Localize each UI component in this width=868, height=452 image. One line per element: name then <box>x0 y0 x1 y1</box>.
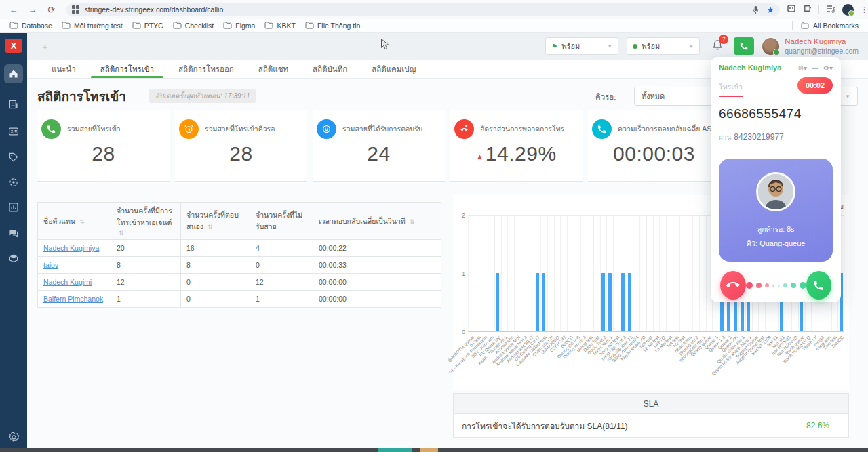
browser-profile-avatar[interactable] <box>842 4 854 16</box>
bookmark-item[interactable]: KBKT <box>264 22 295 30</box>
trend-up-icon: ▲ <box>476 152 483 160</box>
agent-link[interactable]: taiov <box>43 261 58 269</box>
language-globe-icon[interactable]: ⊕▾ <box>798 64 807 72</box>
dot <box>772 285 774 287</box>
call-type-tab[interactable]: โทรเข้า <box>719 81 743 97</box>
sort-icon[interactable]: ⇅ <box>119 230 124 237</box>
bookmark-item[interactable]: Figma <box>223 22 255 30</box>
kpi-card-1: รวมสายที่โทรเข้าคิวรอ28 <box>175 110 307 182</box>
tab-2[interactable]: สถิติการโทรออก <box>169 60 243 78</box>
mic-icon[interactable] <box>752 5 760 14</box>
agent-link[interactable]: Baifern Pimchanok <box>43 295 103 303</box>
kpi-value: 00:00:03 <box>588 142 720 165</box>
home-icon <box>8 68 19 79</box>
sidebar-item-tags[interactable] <box>4 148 23 167</box>
tab-5[interactable]: สถิติแคมเปญ <box>362 60 425 78</box>
kpi-card-3: อัตราส่วนการพลาดการโทร▲14.29% <box>450 110 583 182</box>
extensions-puzzle-icon[interactable] <box>803 3 812 16</box>
bookmark-item[interactable]: Database <box>9 22 52 30</box>
bookmark-item[interactable]: Môi trường test <box>62 22 123 30</box>
kpi-card-4: ความเร็วการตอบกลับเฉลี่ย AS00:00:03 <box>588 110 720 182</box>
kpi-value: ▲14.29% <box>450 142 583 165</box>
table-cell: 8 <box>181 257 250 274</box>
tab-label: สถิติการโทรเข้า <box>100 63 154 75</box>
notifications-button[interactable]: 7 <box>712 39 723 54</box>
tab-4[interactable]: สถิติบันทึก <box>303 60 357 78</box>
extension-icon[interactable] <box>787 3 796 16</box>
settings-gear-icon[interactable]: ⚙▾ <box>823 64 833 72</box>
sidebar-item-contacts[interactable] <box>4 122 23 141</box>
sla-row-label: การโทรเข้าจะได้รับการตอบรับตาม SLA(81/11… <box>462 419 627 432</box>
sort-icon[interactable]: ⇅ <box>79 218 85 225</box>
tab-3[interactable]: สถิติแชท <box>249 60 298 78</box>
sort-icon[interactable]: ⇅ <box>410 218 415 225</box>
table-cell: 00:00:00 <box>313 291 441 308</box>
tab-0[interactable]: แนะนำ <box>42 60 85 78</box>
sla-row: การโทรเข้าจะได้รับการตอบรับตาม SLA(81/11… <box>454 414 848 437</box>
table-cell: 0 <box>250 257 313 274</box>
user-email: quangnt@stringee.com <box>785 47 859 56</box>
column-header-0[interactable]: ชื่อตัวแทน ⇅ <box>38 203 111 240</box>
column-header-4[interactable]: เวลาตอบกลับเฉลี่ยเป็นวินาที ⇅ <box>313 203 441 240</box>
kpi-card-2: รวมสายที่ได้รับการตอบรับ24 <box>313 110 445 182</box>
back-icon[interactable]: ← <box>8 4 19 15</box>
sidebar-item-departments[interactable] <box>4 95 23 114</box>
agent-link[interactable]: Nadech Kugimi <box>43 278 92 286</box>
address-bar[interactable]: stringee-dev.stringeex.com/dashboard/cal… <box>66 3 780 16</box>
agent-name-cell: Baifern Pimchanok <box>38 291 111 308</box>
stringeex-logo[interactable]: X <box>5 39 22 53</box>
bookmark-star-icon[interactable]: ★ <box>766 5 774 14</box>
bookmark-label: Checklist <box>185 22 214 30</box>
global-status-select[interactable]: ⚑ พร้อม ▼ <box>545 37 618 55</box>
horizontal-scrollbar[interactable] <box>0 448 868 452</box>
tab-groups-icon[interactable] <box>826 3 835 16</box>
sidebar-item-automation[interactable] <box>4 173 23 192</box>
browser-toolbar: ← → ⟳ stringee-dev.stringeex.com/dashboa… <box>0 0 868 19</box>
scrollbar-thumb[interactable] <box>378 448 412 452</box>
kpi-value: 24 <box>313 142 445 165</box>
sidebar-item-products[interactable] <box>4 249 23 268</box>
sort-icon[interactable]: ⇅ <box>208 224 213 230</box>
global-status-value: พร้อม <box>561 40 580 52</box>
decline-call-button[interactable] <box>720 271 746 300</box>
user-name: Nadech Kugimiya <box>785 37 859 46</box>
user-menu[interactable]: Nadech Kugimiya quangnt@stringee.com <box>762 37 859 56</box>
url-text[interactable]: stringee-dev.stringeex.com/dashboard/cal… <box>85 5 224 14</box>
bookmark-item[interactable]: Checklist <box>173 22 214 30</box>
table-header-row: ชื่อตัวแทน ⇅จำนวนครั้งที่มีการโทรเข้าหาเ… <box>38 203 441 240</box>
column-header-2[interactable]: จำนวนครั้งที่ตอบสนอง ⇅ <box>181 203 250 240</box>
agent-status-value: พร้อม <box>642 40 660 52</box>
sidebar-item-chat[interactable] <box>4 224 23 243</box>
kpi-label: รวมสายที่โทรเข้า <box>67 123 121 135</box>
tab-1[interactable]: สถิติการโทรเข้า <box>91 60 163 78</box>
add-tab-button[interactable]: + <box>42 41 48 52</box>
forward-icon[interactable]: → <box>27 4 38 15</box>
accept-call-button[interactable] <box>806 271 832 300</box>
column-header-1[interactable]: จำนวนครั้งที่มีการโทรเข้าหาเอเจนต์ ⇅ <box>111 203 181 240</box>
bookmark-item[interactable]: PTYC <box>132 22 163 30</box>
kpi-label: อัตราส่วนการพลาดการโทร <box>480 123 564 135</box>
bookmark-item[interactable]: File Thông tin <box>305 22 360 30</box>
bookmark-label: KBKT <box>277 22 295 30</box>
all-bookmarks-button[interactable]: All Bookmarks <box>792 21 859 30</box>
table-row: Nadech Kugimi1201200:00:00 <box>38 274 441 291</box>
tab-label: สถิติแคมเปญ <box>372 63 416 75</box>
kpi-row: รวมสายที่โทรเข้า28รวมสายที่โทรเข้าคิวรอ2… <box>37 110 720 182</box>
chart-bar <box>608 273 612 331</box>
table-cell: 1 <box>111 291 181 308</box>
agent-link[interactable]: Nadech Kugimiya <box>43 244 99 252</box>
kpi-head: รวมสายที่ได้รับการตอบรับ <box>313 110 445 139</box>
browser-menu-icon[interactable]: ⋮ <box>861 5 868 14</box>
table-cell: 4 <box>250 240 313 257</box>
minimize-icon[interactable]: — <box>812 64 818 72</box>
kpi-value: 28 <box>37 142 170 165</box>
site-info-icon[interactable] <box>72 5 80 14</box>
sidebar-item-reports[interactable] <box>4 198 23 217</box>
reload-icon[interactable]: ⟳ <box>46 4 57 15</box>
softphone-button[interactable] <box>734 37 754 55</box>
agent-status-select[interactable]: พร้อม ▼ <box>627 37 700 55</box>
sidebar-item-settings[interactable] <box>4 428 23 447</box>
phone-icon <box>812 279 825 291</box>
folder-icon <box>305 22 314 29</box>
sidebar-item-home[interactable] <box>4 64 23 83</box>
